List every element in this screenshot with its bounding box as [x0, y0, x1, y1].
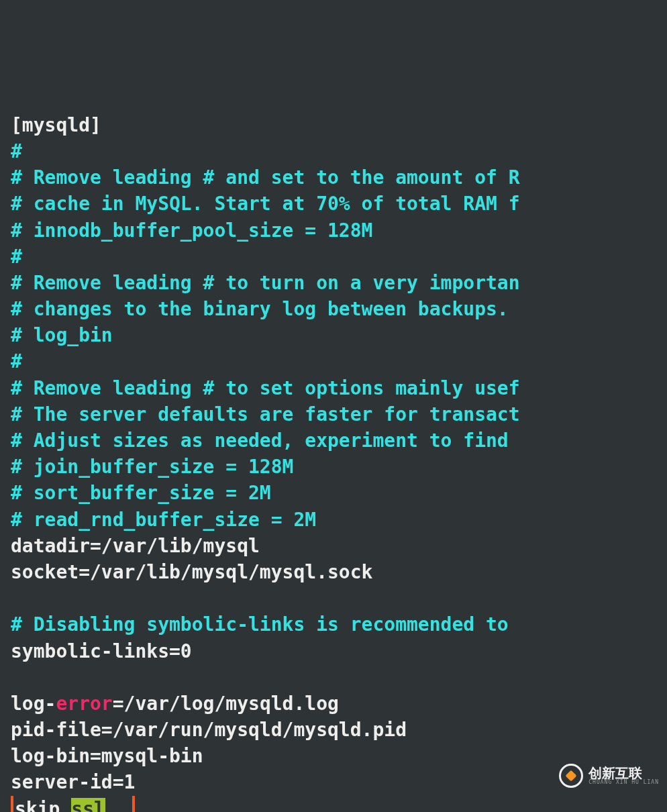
comment-line: # cache in MySQL. Start at 70% of total … [11, 193, 520, 215]
config-directive-log-bin: log-bin=mysql-bin [11, 745, 203, 767]
comment-line: # Adjust sizes as needed, experiment to … [11, 429, 520, 452]
comment-line: # innodb_buffer_pool_size = 128M [11, 219, 372, 242]
section-header: [mysqld] [11, 114, 101, 136]
comment-line: # Remove leading # to set options mainly… [11, 377, 520, 399]
comment-line: # join_buffer_size = 128M [11, 456, 293, 478]
config-file-content[interactable]: [mysqld] # # Remove leading # and set to… [11, 112, 656, 812]
comment-line: # [11, 350, 22, 372]
comment-line: # Remove leading # and set to the amount… [11, 166, 520, 189]
config-directive-log-error: log-error=/var/log/mysqld.log [11, 693, 339, 715]
comment-line: # sort_buffer_size = 2M [11, 482, 271, 504]
config-directive-server-id: server-id=1 [11, 771, 135, 793]
comment-line: # [11, 140, 22, 162]
comment-line: # Disabling symbolic-links is recommende… [11, 613, 520, 636]
config-directive-datadir: datadir=/var/lib/mysql [11, 535, 260, 557]
comment-line: # log_bin [11, 324, 113, 346]
comment-line: # Remove leading # to turn on a very imp… [11, 272, 520, 294]
comment-line: # read_rnd_buffer_size = 2M [11, 509, 316, 531]
comment-line: # The server defaults are faster for tra… [11, 403, 520, 425]
config-directive-socket: socket=/var/lib/mysql/mysql.sock [11, 561, 372, 583]
watermark-subtitle: CHUANG XIN HU LIAN [588, 780, 659, 785]
ssl-match: ssl [71, 798, 105, 812]
highlighted-skip-ssl: skip_ssl [11, 796, 135, 812]
config-directive-pid-file: pid-file=/var/run/mysqld/mysqld.pid [11, 719, 407, 741]
comment-line: # [11, 246, 22, 268]
watermark: 创新互联 CHUANG XIN HU LIAN [559, 764, 659, 788]
watermark-logo-icon [559, 764, 583, 788]
error-keyword: error [56, 693, 112, 715]
comment-line: # changes to the binary log between back… [11, 298, 509, 320]
watermark-brand: 创新互联 [588, 766, 659, 780]
config-directive-symbolic-links: symbolic-links=0 [11, 640, 192, 662]
